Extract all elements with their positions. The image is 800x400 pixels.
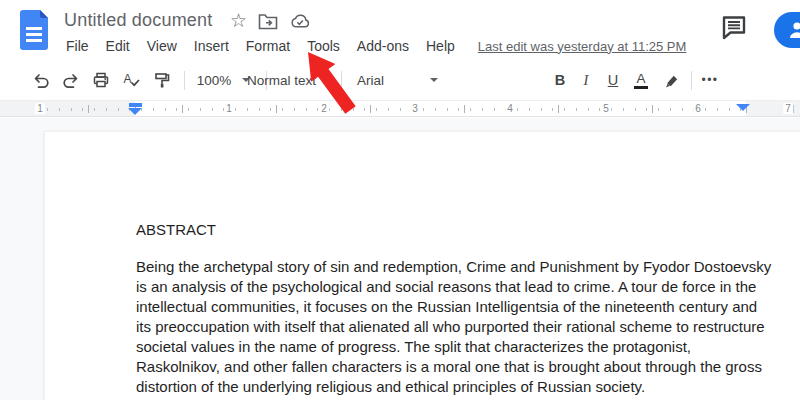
ruler-number: 3 — [410, 103, 420, 114]
text-color-button[interactable]: A — [628, 60, 654, 100]
paragraph-style-select[interactable]: Normal text — [247, 60, 325, 100]
font-caret-icon[interactable] — [428, 60, 440, 100]
style-caret-icon[interactable] — [318, 60, 330, 100]
left-indent-marker[interactable] — [128, 108, 142, 115]
menu-format[interactable]: Format — [246, 38, 290, 54]
menu-add-ons[interactable]: Add-ons — [357, 38, 409, 54]
google-docs-logo-icon[interactable] — [18, 9, 50, 51]
underline-button[interactable]: U — [600, 60, 626, 100]
ruler-number: 5 — [601, 103, 611, 114]
ruler: 1 1 2 3 4 5 6 7 — [0, 100, 800, 117]
ruler-half-ticks — [88, 105, 795, 113]
star-icon[interactable]: ☆ — [230, 11, 247, 31]
text-line: is an analysis of the psychological and … — [136, 277, 771, 297]
last-edit-link[interactable]: Last edit was yesterday at 11:25 PM — [478, 39, 687, 54]
move-to-folder-icon[interactable] — [258, 13, 278, 30]
toolbar-separator — [341, 71, 342, 90]
menu-edit[interactable]: Edit — [106, 38, 130, 54]
text-line: distortion of the underlying religious a… — [136, 377, 771, 397]
highlight-color-button[interactable] — [659, 60, 685, 100]
right-indent-marker[interactable] — [736, 104, 750, 111]
bold-button[interactable]: B — [547, 60, 573, 100]
ruler-number: 4 — [505, 103, 515, 114]
menu-view[interactable]: View — [147, 38, 177, 54]
zoom-select[interactable]: 100% — [192, 60, 236, 100]
toolbar-separator — [184, 71, 185, 90]
share-person-icon — [786, 19, 800, 41]
menu-bar: File Edit View Insert Format Tools Add-o… — [66, 38, 686, 54]
italic-button[interactable]: I — [573, 60, 599, 100]
ruler-number: 2 — [319, 103, 329, 114]
cloud-saved-icon[interactable] — [289, 13, 311, 29]
document-title[interactable]: Untitled document — [64, 10, 212, 31]
spellcheck-button[interactable]: A — [118, 60, 144, 100]
document-page[interactable]: ABSTRACT Being the archetypal story of s… — [44, 131, 800, 400]
font-family-select[interactable]: Arial — [357, 60, 397, 100]
comments-icon[interactable] — [720, 14, 748, 42]
share-button[interactable] — [774, 12, 800, 48]
toolbar-separator — [691, 71, 692, 90]
more-options-button[interactable]: ••• — [698, 60, 722, 100]
text-line: its preoccupation with itself that alien… — [136, 317, 771, 337]
menu-tools[interactable]: Tools — [307, 38, 340, 54]
menu-insert[interactable]: Insert — [194, 38, 229, 54]
ruler-number: 1 — [224, 103, 234, 114]
text-line: Raskolnikov, and other fallen characters… — [136, 357, 771, 377]
editor-canvas: ABSTRACT Being the archetypal story of s… — [0, 118, 800, 400]
text-line: intellectual communities, it focuses on … — [136, 297, 771, 317]
document-heading: ABSTRACT — [136, 221, 216, 238]
undo-button[interactable] — [28, 60, 54, 100]
svg-text:A: A — [124, 72, 132, 86]
document-paragraph: Being the archetypal story of sin and re… — [136, 257, 771, 397]
text-line: Being the archetypal story of sin and re… — [136, 257, 771, 277]
title-bar: Untitled document ☆ File Edit View Inser… — [0, 0, 800, 60]
first-line-indent-marker[interactable] — [129, 103, 142, 107]
toolbar: A 100% Normal text Arial − 11 + B I U A — [0, 60, 800, 100]
menu-help[interactable]: Help — [426, 38, 455, 54]
paint-format-button[interactable] — [149, 60, 175, 100]
print-button[interactable] — [88, 60, 114, 100]
ruler-number: 7 — [783, 103, 793, 114]
menu-file[interactable]: File — [66, 38, 89, 54]
ruler-number: 1 — [35, 103, 45, 114]
text-line: societal values in the name of progress.… — [136, 337, 771, 357]
ruler-number: 6 — [693, 103, 703, 114]
redo-button[interactable] — [58, 60, 84, 100]
